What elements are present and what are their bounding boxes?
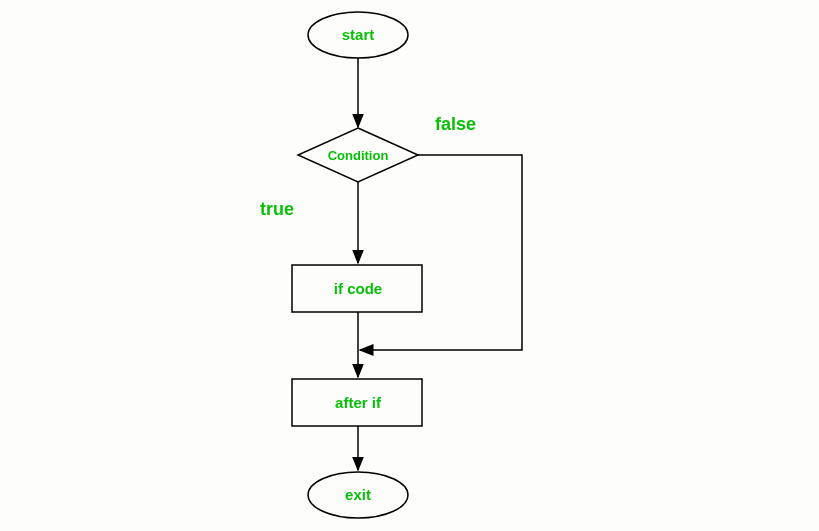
flowchart-diagram: start Condition false true if code after…: [0, 0, 819, 531]
condition-label: Condition: [328, 148, 389, 163]
ifcode-label: if code: [334, 280, 382, 297]
exit-label: exit: [345, 486, 371, 503]
true-label: true: [260, 199, 294, 219]
edge-condition-afterif-false: [360, 155, 522, 350]
start-label: start: [342, 26, 375, 43]
afterif-label: after if: [335, 394, 382, 411]
false-label: false: [435, 114, 476, 134]
